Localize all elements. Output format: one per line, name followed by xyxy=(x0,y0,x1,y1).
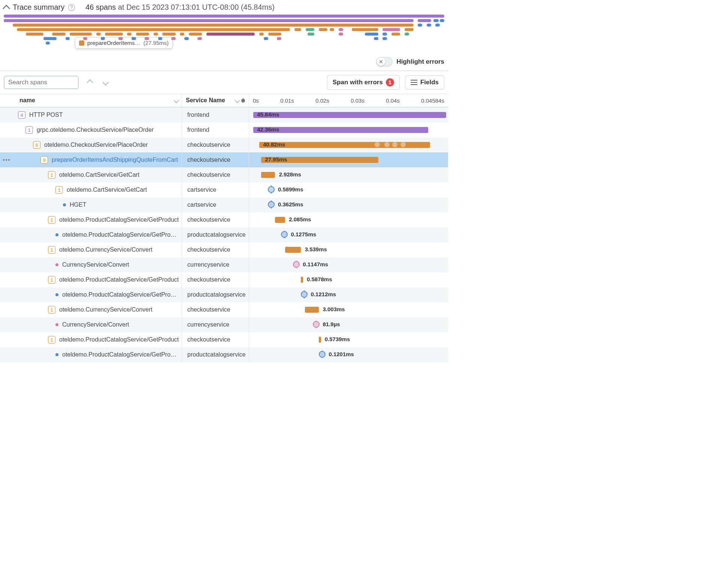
span-row[interactable]: 6oteldemo.CheckoutService/PlaceOrderchec… xyxy=(0,137,448,152)
minimap-span[interactable] xyxy=(66,37,70,40)
span-point-icon[interactable] xyxy=(301,291,308,298)
child-count-badge[interactable]: 1 xyxy=(48,171,55,179)
minimap-span[interactable] xyxy=(365,33,378,36)
minimap-span[interactable] xyxy=(26,33,43,36)
minimap-span[interactable] xyxy=(405,33,409,36)
row-menu-icon[interactable] xyxy=(3,159,10,161)
minimap-span[interactable] xyxy=(189,33,202,36)
minimap-span[interactable] xyxy=(330,28,334,31)
minimap-span[interactable] xyxy=(158,37,163,40)
child-count-badge[interactable]: 1 xyxy=(25,126,33,134)
minimap-span[interactable] xyxy=(382,33,387,36)
minimap-span[interactable] xyxy=(382,37,387,40)
span-row[interactable]: 1grpc.oteldemo.CheckoutService/PlaceOrde… xyxy=(0,122,448,137)
minimap-span[interactable] xyxy=(13,24,414,27)
minimap-span[interactable] xyxy=(145,37,149,40)
child-count-badge[interactable]: 1 xyxy=(48,306,55,313)
span-point-icon[interactable] xyxy=(281,231,288,238)
span-point-icon[interactable] xyxy=(313,321,320,328)
duration-bar[interactable] xyxy=(305,307,319,313)
minimap-span[interactable] xyxy=(352,28,378,31)
duration-bar[interactable] xyxy=(319,337,321,343)
minimap-span[interactable] xyxy=(427,24,431,27)
collapse-icon[interactable] xyxy=(3,5,10,12)
minimap-span[interactable] xyxy=(277,37,281,40)
span-row[interactable]: 1oteldemo.ProductCatalogService/GetProdu… xyxy=(0,272,448,287)
minimap-span[interactable] xyxy=(339,28,343,31)
span-point-icon[interactable] xyxy=(293,261,300,268)
minimap-span[interactable] xyxy=(435,24,440,27)
minimap-span[interactable] xyxy=(162,33,175,36)
minimap-span[interactable] xyxy=(17,28,290,31)
span-row[interactable]: oteldemo.ProductCatalogService/GetPro…pr… xyxy=(0,287,448,302)
next-span-icon[interactable] xyxy=(103,79,109,86)
span-name[interactable]: prepareOrderItemsAndShippingQuoteFromCar… xyxy=(52,157,178,163)
span-point-icon[interactable] xyxy=(319,351,326,358)
minimap-span[interactable] xyxy=(433,19,439,22)
minimap-span[interactable] xyxy=(131,37,136,40)
child-count-badge[interactable]: 9 xyxy=(40,156,48,164)
minimap-span[interactable] xyxy=(136,33,149,36)
prev-span-icon[interactable] xyxy=(87,79,93,86)
minimap-span[interactable] xyxy=(268,33,281,36)
child-count-badge[interactable]: 1 xyxy=(48,216,55,224)
search-input[interactable] xyxy=(4,76,79,89)
span-row[interactable]: 1oteldemo.CurrencyService/Convertcheckou… xyxy=(0,242,448,257)
span-row[interactable]: oteldemo.ProductCatalogService/GetPro…pr… xyxy=(0,347,448,362)
duration-bar[interactable] xyxy=(275,217,285,223)
child-count-badge[interactable]: 1 xyxy=(48,276,55,284)
minimap-span[interactable] xyxy=(127,33,131,36)
span-with-errors-button[interactable]: Span with errors 1 xyxy=(327,75,400,90)
minimap-span[interactable] xyxy=(4,15,444,18)
minimap-span[interactable] xyxy=(382,28,400,31)
minimap-span[interactable] xyxy=(96,33,101,36)
minimap-span[interactable] xyxy=(440,19,444,22)
minimap-span[interactable] xyxy=(46,42,50,45)
span-row[interactable]: 1oteldemo.ProductCatalogService/GetProdu… xyxy=(0,212,448,227)
minimap-span[interactable] xyxy=(418,24,422,27)
span-point-icon[interactable] xyxy=(268,201,275,208)
minimap-span[interactable] xyxy=(83,37,88,40)
minimap-span[interactable] xyxy=(180,33,184,36)
duration-bar[interactable] xyxy=(253,112,446,118)
minimap-span[interactable] xyxy=(197,37,202,40)
minimap-span[interactable] xyxy=(374,37,378,40)
color-by-icon[interactable] xyxy=(241,98,245,103)
duration-bar[interactable] xyxy=(301,277,303,283)
help-icon[interactable]: ? xyxy=(68,4,75,11)
duration-bar[interactable] xyxy=(285,247,301,253)
highlight-errors-toggle[interactable]: ✕ xyxy=(376,57,393,67)
span-row[interactable]: 1oteldemo.CurrencyService/Convertcheckou… xyxy=(0,302,448,317)
child-count-badge[interactable]: 4 xyxy=(18,111,25,119)
minimap-span[interactable] xyxy=(339,33,343,36)
minimap-span[interactable] xyxy=(171,37,176,40)
minimap-span[interactable] xyxy=(391,33,400,36)
span-row[interactable]: CurrencyService/Convertcurrencyservice0.… xyxy=(0,257,448,272)
minimap-span[interactable] xyxy=(52,33,65,36)
minimap-span[interactable] xyxy=(294,28,301,31)
minimap-span[interactable] xyxy=(184,37,189,40)
duration-bar[interactable] xyxy=(253,127,428,133)
span-row[interactable]: 4HTTP POSTfrontend45.84ms xyxy=(0,107,448,122)
minimap-span[interactable] xyxy=(418,19,431,22)
span-row[interactable]: 9prepareOrderItemsAndShippingQuoteFromCa… xyxy=(0,152,448,167)
minimap-span[interactable] xyxy=(4,19,414,22)
minimap-span[interactable] xyxy=(101,37,105,40)
child-count-badge[interactable]: 1 xyxy=(48,336,55,343)
child-count-badge[interactable]: 1 xyxy=(48,246,55,254)
span-row[interactable]: 1oteldemo.CartService/GetCartcartservice… xyxy=(0,182,448,197)
minimap-span[interactable] xyxy=(43,37,57,40)
span-row[interactable]: HGETcartservice0.3625ms xyxy=(0,197,448,212)
fields-button[interactable]: Fields xyxy=(405,75,444,90)
minimap-span[interactable] xyxy=(70,33,92,36)
minimap-span[interactable] xyxy=(118,37,123,40)
duration-bar[interactable] xyxy=(261,172,275,178)
child-count-badge[interactable]: 1 xyxy=(55,186,63,194)
span-row[interactable]: 1oteldemo.ProductCatalogService/GetProdu… xyxy=(0,332,448,347)
column-header-name[interactable]: name xyxy=(0,94,182,107)
span-row[interactable]: CurrencyService/Convertcurrencyservice81… xyxy=(0,317,448,332)
span-point-icon[interactable] xyxy=(268,186,275,193)
minimap-span[interactable] xyxy=(259,33,264,36)
minimap-span[interactable] xyxy=(206,33,255,36)
minimap-span[interactable] xyxy=(405,28,414,31)
